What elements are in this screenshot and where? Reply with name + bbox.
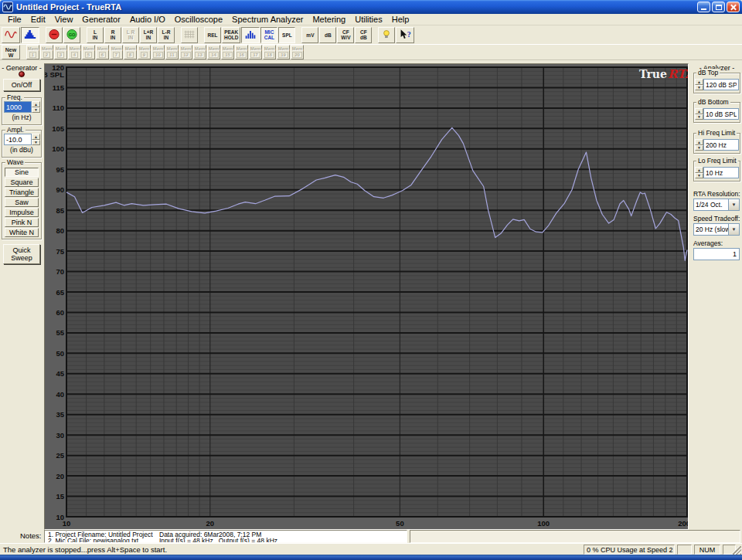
spectrum-analyzer-view-button[interactable]: [21, 27, 39, 43]
memory-button-label: Mem: [195, 46, 206, 52]
menu-edit[interactable]: Edit: [26, 15, 50, 24]
context-help-button[interactable]: ?: [396, 27, 414, 43]
amplitude-group: Ampl. ▲ ▼ (in dBu): [2, 130, 42, 158]
relative-mode-label: REL: [208, 32, 218, 38]
l-plus-r-input-button[interactable]: L+RIN: [140, 27, 157, 43]
db-bottom-spin-up-button[interactable]: ▲: [695, 108, 703, 114]
frequency-spin-down-button[interactable]: ▼: [32, 107, 40, 114]
l-minus-r-input-button[interactable]: L-RIN: [158, 27, 175, 43]
rta-bars-display-button[interactable]: [241, 27, 260, 43]
memory-20-button: Mem20: [291, 45, 304, 59]
memory-button-label: Mem: [28, 46, 39, 52]
amplitude-input[interactable]: [4, 134, 32, 145]
wave-triangle-button[interactable]: Triangle: [5, 188, 39, 197]
svg-text:55: 55: [56, 328, 64, 337]
go-button[interactable]: GO: [63, 27, 80, 43]
memory-button-label: Mem: [111, 46, 122, 52]
title-bar[interactable]: Untitled Project - TrueRTA: [0, 0, 742, 14]
crest-factor-db-button[interactable]: CFdB: [355, 27, 372, 43]
maximize-icon: [716, 5, 722, 10]
notes-box[interactable]: 1. Project Filename: Untitled Project Da…: [44, 530, 407, 543]
db-bottom-group: dB Bottom ▲ ▼: [693, 102, 740, 123]
arrow-up-icon: ▲: [697, 80, 701, 83]
speed-tradeoff-select[interactable]: 20 Hz (slow) ▼: [693, 223, 740, 236]
relative-mode-button[interactable]: REL: [204, 27, 221, 43]
hi-freq-spin-down-button[interactable]: ▼: [695, 145, 703, 151]
wave-saw-button[interactable]: Saw: [5, 198, 39, 207]
amplitude-group-label: Ampl.: [5, 126, 26, 134]
menu-oscilloscope[interactable]: Oscilloscope: [170, 15, 227, 24]
wave-pink-n-button[interactable]: Pink N: [5, 218, 39, 227]
arrow-up-icon: ▲: [34, 103, 38, 106]
resize-grip[interactable]: [733, 546, 741, 555]
menu-audio-i-o[interactable]: Audio I/O: [125, 15, 170, 24]
menu-help[interactable]: Help: [387, 15, 414, 24]
sine-generator-button[interactable]: [2, 27, 20, 43]
memory-2-button: Mem2: [40, 45, 53, 59]
analyzer-panel: - Analyzer - dB Top ▲ ▼ dB Bottom ▲ ▼: [693, 60, 740, 530]
hi-freq-input[interactable]: [703, 139, 739, 151]
averages-input[interactable]: [693, 248, 740, 260]
menu-spectrum-analyzer[interactable]: Spectrum Analyzer: [227, 15, 308, 24]
toolbar-separator: [199, 27, 204, 43]
wave-white-n-button[interactable]: White N: [5, 228, 39, 237]
db-bottom-spin-down-button[interactable]: ▼: [695, 114, 703, 120]
decibel-units-button[interactable]: dB: [319, 27, 336, 43]
generator-led-indicator: [19, 71, 25, 77]
lo-freq-spin-up-button[interactable]: ▲: [695, 167, 703, 173]
peak-hold-button[interactable]: PEAKHOLD: [222, 27, 240, 43]
millivolt-units-button[interactable]: mV: [301, 27, 318, 43]
close-button[interactable]: [727, 2, 740, 12]
toolbar-separator: [296, 27, 301, 43]
amplitude-spin-up-button[interactable]: ▲: [32, 134, 40, 140]
bars-icon: [243, 29, 257, 41]
stop-button[interactable]: [46, 27, 63, 43]
frequency-input[interactable]: [4, 101, 32, 113]
rta-resolution-label: RTA Resolution:: [693, 190, 740, 198]
arrow-up-icon: ▲: [697, 110, 701, 113]
db-top-spin-up-button[interactable]: ▲: [695, 79, 703, 85]
db-top-spin-down-button[interactable]: ▼: [695, 85, 703, 91]
lo-freq-spin-down-button[interactable]: ▼: [695, 173, 703, 179]
menu-view[interactable]: View: [50, 15, 78, 24]
rta-resolution-select[interactable]: 1/24 Oct. ▼: [693, 199, 740, 211]
spl-mode-button[interactable]: SPL: [278, 27, 295, 43]
memory-button-label: Mem: [70, 46, 80, 52]
svg-text:60: 60: [56, 308, 64, 317]
mic-cal-button[interactable]: MICCAL: [260, 27, 277, 43]
lo-freq-input[interactable]: [703, 167, 739, 178]
svg-text:65: 65: [56, 288, 64, 297]
amplitude-spin-down-button[interactable]: ▼: [32, 140, 40, 146]
memory-button-label: Mem: [56, 46, 66, 52]
svg-text:70: 70: [56, 267, 64, 276]
db-bottom-label: dB Bottom: [696, 98, 730, 106]
menu-file[interactable]: File: [3, 15, 26, 24]
wave-sine-button[interactable]: Sine: [5, 168, 39, 177]
decibel-units-label: dB: [325, 32, 332, 38]
minimize-icon: [701, 8, 706, 10]
quick-sweep-button[interactable]: Quick Sweep: [3, 244, 40, 264]
new-workspace-button[interactable]: NewW: [2, 45, 20, 59]
new-workspace-label: New: [5, 47, 16, 53]
wave-impulse-button[interactable]: Impulse: [5, 208, 39, 217]
menu-metering[interactable]: Metering: [308, 15, 350, 24]
app-icon[interactable]: [2, 2, 13, 12]
wave-square-button[interactable]: Square: [5, 178, 39, 187]
menu-utilities[interactable]: Utilities: [350, 15, 386, 24]
crest-factor-db-label: dB: [360, 35, 367, 40]
tips-button[interactable]: [378, 27, 395, 43]
maximize-button[interactable]: [712, 2, 725, 12]
hi-freq-spin-up-button[interactable]: ▲: [695, 139, 703, 145]
frequency-spin-up-button[interactable]: ▲: [32, 101, 40, 107]
db-bottom-input[interactable]: [703, 108, 739, 120]
left-input-button[interactable]: LIN: [87, 27, 104, 43]
crest-factor-db-label: CF: [360, 29, 367, 35]
crest-factor-wv-button[interactable]: CFW/V: [337, 27, 354, 43]
speed-tradeoff-dropdown-arrow[interactable]: ▼: [728, 224, 739, 235]
minimize-button[interactable]: [697, 2, 710, 12]
right-input-button[interactable]: RIN: [104, 27, 121, 43]
db-top-input[interactable]: [703, 79, 739, 90]
rta-resolution-dropdown-arrow[interactable]: ▼: [728, 199, 739, 210]
menu-generator[interactable]: Generator: [77, 15, 125, 24]
generator-on-off-button[interactable]: On/Off: [3, 79, 40, 91]
